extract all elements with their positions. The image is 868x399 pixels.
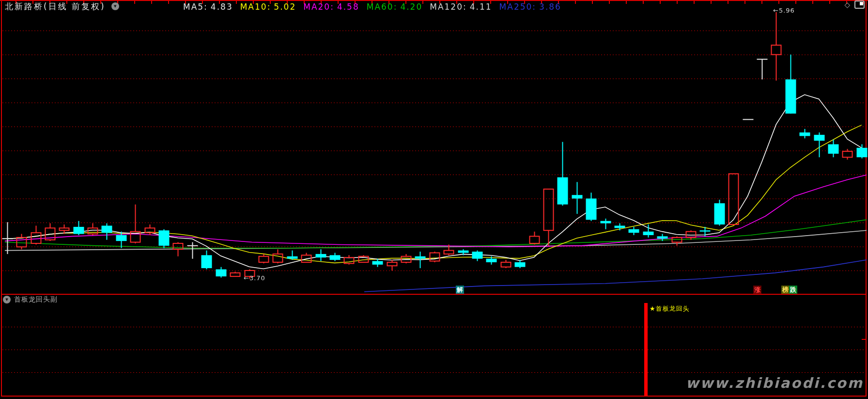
trading-app-window: 北新路桥(日线 前复权) ▾ MA5:4.83 MA10:5.02 MA20:4… [0,0,868,399]
ma20-legend-item: MA20:4.58 [303,2,359,12]
sub-panel-header: ▾ 首板龙回头副 [3,295,58,304]
chart-header: 北新路桥(日线 前复权) ▾ [5,1,119,11]
diamond-icon[interactable]: ◇ [844,1,850,9]
ma10-legend-item: MA10:5.02 [240,2,296,12]
page-title: 北新路桥(日线 前复权) [5,1,106,12]
high-price-label: ←5.96 [773,7,795,14]
chevron-down-icon[interactable]: ▾ [111,2,119,10]
axis-tag-jie: 解 [456,286,464,294]
ma-legend: MA5:4.83 MA10:5.02 MA20:4.58 MA60:4.20 M… [183,2,561,12]
sub-panel-title: 首板龙回头副 [14,295,58,304]
signal-label: ★首板龙回头 [650,304,690,313]
window-controls: ◇ [844,0,865,9]
pane-fill [860,2,863,5]
axis-tag-zhang: 涨 [753,286,761,294]
split-pane-icon[interactable] [854,0,865,9]
ma120-legend-item: MA120:4.11 [430,2,492,12]
low-price-label: ←3.70 [244,274,265,282]
ma5-legend-item: MA5:4.83 [183,2,233,12]
axis-tag-die: 跌 [789,286,797,294]
candlestick-chart-canvas [0,0,868,399]
ma250-legend-item: MA250:3.86 [499,2,561,12]
axis-tag-bang: 榜 [781,286,790,294]
ma60-legend-item: MA60:4.20 [367,2,423,12]
chevron-down-icon[interactable]: ▾ [3,296,11,303]
watermark: www.zhibiaodi.com [686,375,864,391]
